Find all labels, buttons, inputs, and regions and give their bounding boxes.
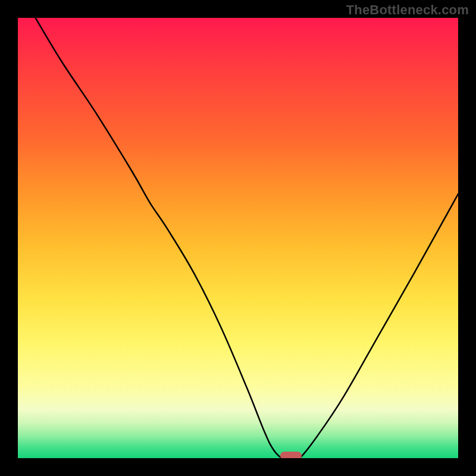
curve-svg [18, 18, 458, 458]
plot-area [18, 18, 458, 458]
bottleneck-curve [36, 18, 458, 458]
watermark-text: TheBottleneck.com [346, 2, 469, 18]
chart-frame: TheBottleneck.com [0, 0, 476, 476]
optimal-marker [280, 452, 302, 458]
